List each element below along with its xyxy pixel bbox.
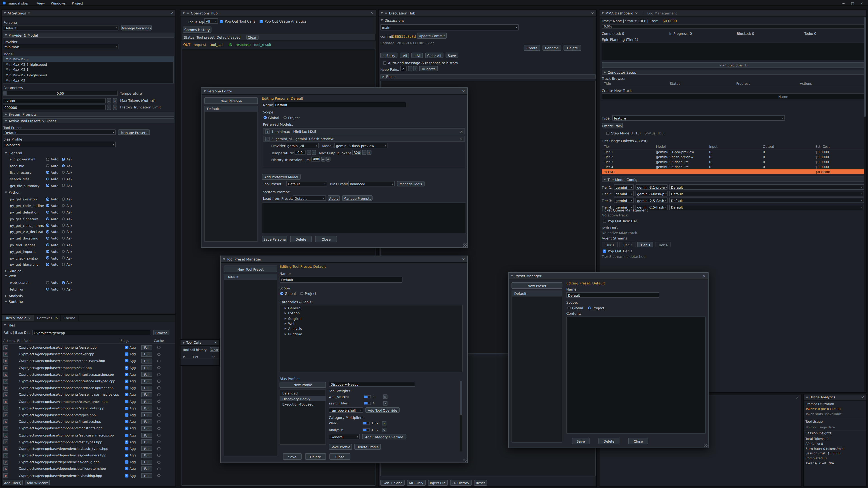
preset-name-input[interactable]: Default: [280, 276, 403, 283]
stream-tab[interactable]: Tier 4: [655, 242, 671, 247]
auto-radio[interactable]: [46, 204, 49, 207]
remove-file-button[interactable]: x: [3, 453, 8, 458]
cache-indicator[interactable]: [157, 353, 160, 356]
remove-override-icon[interactable]: ×: [382, 421, 386, 426]
preset-select[interactable]: Default▾: [669, 198, 864, 203]
discussion-hub-header[interactable]: ▼ ≡ Discussion Hub ×: [379, 10, 596, 17]
maximize-icon[interactable]: □: [851, 1, 854, 5]
tab-mma-dashboard[interactable]: MMA Dashboard: [605, 11, 633, 15]
project-radio[interactable]: [283, 116, 286, 119]
scrollbar[interactable]: [864, 17, 866, 392]
collapse-icon[interactable]: ▼: [183, 341, 185, 344]
full-button[interactable]: Full: [141, 446, 152, 451]
category-row[interactable]: ▶ Web: [280, 321, 462, 326]
ask-radio[interactable]: [62, 164, 65, 167]
provider-model-section[interactable]: ▼ Provider & Model: [3, 33, 174, 37]
tool-preset-select[interactable]: Default ▾: [286, 181, 327, 186]
preset-list-item[interactable]: Default: [512, 291, 562, 296]
ask-radio[interactable]: [62, 281, 65, 284]
manage-tools-button[interactable]: Manage Tools: [397, 181, 425, 186]
auto-radio[interactable]: [46, 263, 49, 266]
ask-radio[interactable]: [62, 256, 65, 259]
auto-radio[interactable]: [46, 288, 49, 291]
tool-group-web[interactable]: ▼ Web: [5, 274, 16, 278]
auto-radio[interactable]: [46, 184, 49, 187]
cache-indicator[interactable]: [157, 373, 160, 376]
cache-indicator[interactable]: [157, 400, 160, 403]
remove-file-button[interactable]: x: [3, 419, 8, 424]
remove-model-icon[interactable]: ×: [460, 129, 463, 133]
base-dir-input[interactable]: C:/projects/gencpp: [32, 330, 151, 335]
agg-checkbox[interactable]: ✓: [125, 393, 128, 396]
temperature-slider[interactable]: 0.00: [3, 91, 118, 96]
tool-calls-header[interactable]: ▼ Tool Calls ×: [180, 340, 219, 346]
comms-history-button[interactable]: Comms History: [183, 27, 211, 33]
preset-name-input[interactable]: Default: [566, 292, 659, 297]
cache-indicator[interactable]: [157, 467, 160, 470]
decrement-button[interactable]: −: [107, 98, 112, 103]
model-select[interactable]: gemini-3.1-pro-p▾: [636, 184, 668, 190]
category-row[interactable]: ▶ Python: [280, 311, 462, 316]
tool-group-analysis[interactable]: ▶ Analysis: [5, 294, 23, 297]
close-dialog-button[interactable]: Close: [329, 453, 350, 460]
scope-project-option[interactable]: Project: [283, 116, 300, 120]
tab-theme[interactable]: Theme: [61, 315, 79, 321]
pop-out-tier3-checkbox[interactable]: ✓: [603, 249, 606, 253]
remove-file-button[interactable]: x: [3, 399, 8, 404]
model-list-item[interactable]: MiniMax-M2.1-highspeed: [3, 72, 174, 77]
cache-indicator[interactable]: [157, 433, 160, 436]
full-button[interactable]: Full: [141, 440, 152, 445]
tab-files-media[interactable]: Files & Media ×: [2, 315, 34, 321]
persona-name-input[interactable]: Default: [274, 102, 406, 107]
close-panel-icon[interactable]: ×: [371, 11, 374, 15]
full-button[interactable]: Full: [141, 345, 152, 350]
minimize-icon[interactable]: −: [842, 1, 845, 5]
agg-checkbox[interactable]: ✓: [125, 353, 128, 356]
agg-checkbox[interactable]: ✓: [125, 454, 128, 457]
auto-radio[interactable]: [46, 250, 49, 253]
cache-indicator[interactable]: [157, 447, 160, 450]
cache-indicator[interactable]: [157, 393, 160, 396]
full-button[interactable]: Full: [141, 460, 152, 465]
remove-override-icon[interactable]: ×: [383, 401, 388, 406]
close-dialog-button[interactable]: Close: [628, 437, 648, 444]
prompt-preset-select[interactable]: Default ▾: [293, 195, 326, 201]
stream-tab[interactable]: Tier 2: [619, 242, 636, 247]
send-action-button[interactable]: Gen + Send: [380, 480, 405, 486]
stream-tab[interactable]: Tier 1: [602, 242, 618, 247]
global-radio[interactable]: [280, 292, 283, 295]
tool-preset-manager-header[interactable]: ▼ Tool Preset Manager ×: [221, 256, 467, 263]
remove-file-button[interactable]: x: [3, 473, 8, 478]
increment-button[interactable]: +: [413, 66, 417, 71]
cache-indicator[interactable]: [157, 474, 160, 477]
menu-icon[interactable]: ≡: [186, 11, 189, 15]
new-preset-button[interactable]: New Preset: [512, 282, 562, 289]
increment-button[interactable]: +: [312, 150, 316, 155]
remove-file-button[interactable]: x: [3, 379, 8, 384]
auto-radio[interactable]: [46, 217, 49, 220]
cache-indicator[interactable]: [157, 407, 160, 410]
weight-slider[interactable]: [364, 395, 371, 398]
pop-out-dag-checkbox[interactable]: [603, 219, 606, 223]
remove-file-button[interactable]: x: [3, 345, 8, 350]
cache-indicator[interactable]: [157, 414, 160, 416]
update-commit-button[interactable]: Update Commit: [417, 33, 447, 39]
auto-radio[interactable]: [46, 281, 49, 284]
pop-out-tool-calls-option[interactable]: ✓ Pop Out Tool Calls: [220, 20, 255, 23]
collapse-icon[interactable]: ▼: [223, 258, 225, 260]
profile-name-input[interactable]: Discovery-Heavy: [329, 382, 415, 387]
keep-pairs-input[interactable]: 2: [400, 66, 407, 71]
cache-indicator[interactable]: [157, 461, 160, 464]
expand-icon[interactable]: ▶: [285, 322, 287, 325]
cache-indicator[interactable]: [157, 454, 160, 457]
agg-checkbox[interactable]: ✓: [125, 346, 128, 349]
cache-indicator[interactable]: [157, 380, 160, 383]
remove-file-button[interactable]: x: [3, 359, 8, 363]
ask-radio[interactable]: [62, 204, 65, 207]
max-tokens-input[interactable]: 32000: [3, 98, 106, 103]
roles-section[interactable]: ▶ Roles: [380, 74, 596, 79]
auto-add-option[interactable]: Auto-add message & response to history: [383, 61, 458, 65]
agg-checkbox[interactable]: ✓: [125, 440, 128, 444]
ask-radio[interactable]: [62, 237, 65, 240]
model-list-item[interactable]: MiniMax-M2: [3, 78, 174, 83]
